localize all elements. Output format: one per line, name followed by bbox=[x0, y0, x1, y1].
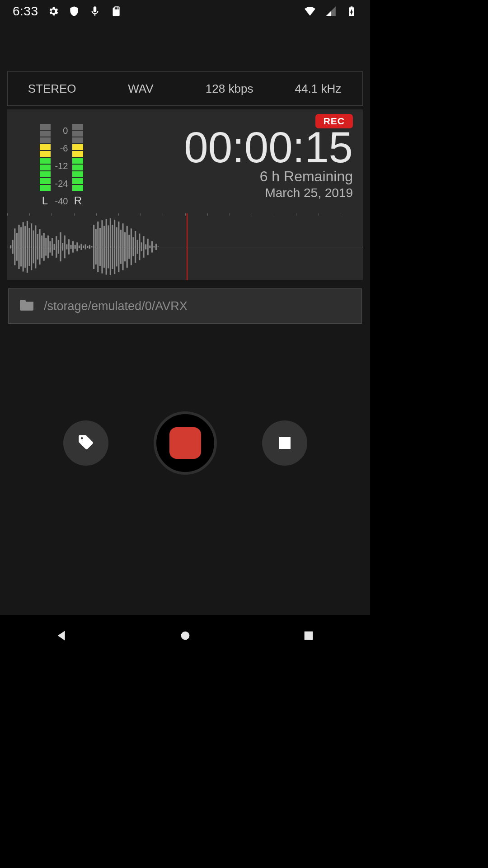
stop-button[interactable] bbox=[262, 420, 307, 466]
svg-rect-47 bbox=[108, 225, 109, 268]
tag-icon bbox=[77, 434, 94, 453]
nav-back[interactable] bbox=[55, 628, 69, 645]
stop-icon bbox=[279, 437, 291, 449]
svg-rect-73 bbox=[304, 632, 313, 640]
svg-rect-31 bbox=[75, 245, 76, 249]
svg-rect-59 bbox=[132, 237, 134, 256]
format-samplerate[interactable]: 44.1 kHz bbox=[274, 72, 362, 105]
meter-timer-panel: L 0-6-12-24-40 R REC 00:00:15 6 h Remain… bbox=[7, 109, 363, 213]
vu-right-label: R bbox=[74, 194, 82, 207]
svg-rect-25 bbox=[62, 243, 63, 251]
svg-rect-26 bbox=[64, 236, 66, 258]
wifi-icon bbox=[304, 5, 316, 17]
svg-rect-3 bbox=[16, 233, 18, 261]
svg-rect-33 bbox=[79, 245, 80, 248]
svg-rect-1 bbox=[12, 240, 14, 254]
svg-rect-54 bbox=[122, 223, 123, 270]
svg-rect-49 bbox=[112, 225, 113, 269]
svg-rect-69 bbox=[153, 246, 155, 248]
playhead[interactable] bbox=[187, 213, 188, 280]
svg-rect-67 bbox=[149, 245, 150, 248]
svg-rect-51 bbox=[116, 227, 117, 267]
shield-icon bbox=[68, 5, 80, 17]
gear-icon bbox=[47, 5, 59, 17]
storage-path-row[interactable]: /storage/emulated/0/AVRX bbox=[8, 288, 362, 324]
microphone-icon bbox=[89, 5, 101, 17]
db-scale: 0-6-12-24-40 bbox=[55, 125, 68, 207]
svg-rect-66 bbox=[147, 239, 149, 255]
svg-rect-53 bbox=[120, 230, 122, 264]
vu-right: R bbox=[72, 124, 83, 207]
svg-rect-6 bbox=[23, 222, 24, 271]
svg-rect-8 bbox=[27, 221, 28, 273]
battery-charging-icon bbox=[346, 5, 357, 17]
svg-rect-29 bbox=[70, 245, 71, 249]
status-bar: 6:33 bbox=[0, 0, 370, 23]
svg-rect-43 bbox=[99, 228, 101, 266]
svg-rect-62 bbox=[139, 234, 140, 260]
svg-rect-65 bbox=[145, 244, 146, 249]
svg-rect-17 bbox=[45, 238, 47, 255]
format-codec[interactable]: WAV bbox=[96, 72, 185, 105]
nav-recent[interactable] bbox=[301, 628, 316, 645]
svg-rect-19 bbox=[49, 241, 51, 252]
svg-rect-30 bbox=[72, 241, 74, 252]
svg-point-72 bbox=[181, 632, 189, 640]
svg-rect-7 bbox=[24, 226, 26, 268]
svg-rect-61 bbox=[137, 240, 138, 254]
format-bitrate[interactable]: 128 kbps bbox=[185, 72, 274, 105]
svg-rect-20 bbox=[52, 238, 53, 255]
svg-rect-14 bbox=[39, 229, 40, 264]
folder-icon bbox=[17, 297, 37, 315]
transport-controls bbox=[0, 411, 370, 475]
waveform[interactable] bbox=[7, 213, 363, 280]
svg-rect-44 bbox=[101, 220, 103, 274]
svg-rect-28 bbox=[68, 239, 70, 255]
record-button[interactable] bbox=[154, 411, 217, 475]
svg-rect-21 bbox=[54, 244, 55, 250]
format-channels[interactable]: STEREO bbox=[8, 72, 96, 105]
svg-rect-35 bbox=[83, 245, 84, 248]
svg-rect-42 bbox=[97, 222, 99, 272]
svg-rect-37 bbox=[87, 246, 88, 248]
svg-rect-48 bbox=[110, 218, 111, 275]
svg-rect-40 bbox=[93, 225, 94, 269]
elapsed-time: 00:00:15 bbox=[184, 126, 353, 169]
svg-rect-2 bbox=[14, 228, 15, 265]
svg-rect-38 bbox=[89, 245, 90, 249]
svg-rect-57 bbox=[128, 235, 130, 259]
svg-rect-24 bbox=[60, 232, 61, 261]
status-clock: 6:33 bbox=[13, 4, 38, 19]
svg-rect-9 bbox=[28, 228, 30, 266]
record-icon bbox=[169, 427, 201, 459]
svg-rect-0 bbox=[10, 245, 11, 249]
svg-rect-56 bbox=[127, 226, 128, 268]
svg-rect-39 bbox=[91, 246, 92, 248]
svg-rect-16 bbox=[43, 233, 45, 261]
signal-icon bbox=[325, 5, 337, 17]
format-bar[interactable]: STEREO WAV 128 kbps 44.1 kHz bbox=[7, 71, 363, 106]
svg-rect-23 bbox=[58, 240, 59, 254]
nav-home[interactable] bbox=[178, 628, 192, 645]
svg-rect-32 bbox=[76, 242, 78, 251]
svg-rect-58 bbox=[131, 228, 132, 265]
svg-rect-5 bbox=[20, 227, 22, 267]
vu-left-label: L bbox=[42, 194, 48, 207]
svg-rect-11 bbox=[33, 231, 34, 264]
svg-rect-36 bbox=[85, 244, 86, 249]
svg-rect-64 bbox=[143, 236, 144, 258]
timer-block: REC 00:00:15 6 h Remaining March 25, 201… bbox=[116, 109, 363, 213]
svg-rect-45 bbox=[103, 226, 105, 268]
svg-rect-10 bbox=[31, 223, 32, 270]
tag-button[interactable] bbox=[63, 420, 108, 466]
svg-rect-71 bbox=[158, 246, 159, 247]
svg-rect-52 bbox=[118, 222, 119, 272]
svg-rect-18 bbox=[47, 236, 49, 258]
svg-rect-63 bbox=[141, 242, 142, 251]
svg-rect-60 bbox=[135, 231, 136, 263]
svg-rect-34 bbox=[80, 244, 82, 250]
svg-rect-55 bbox=[124, 232, 126, 261]
svg-rect-70 bbox=[155, 244, 157, 250]
waveform-svg bbox=[7, 213, 363, 280]
svg-rect-27 bbox=[66, 244, 67, 249]
